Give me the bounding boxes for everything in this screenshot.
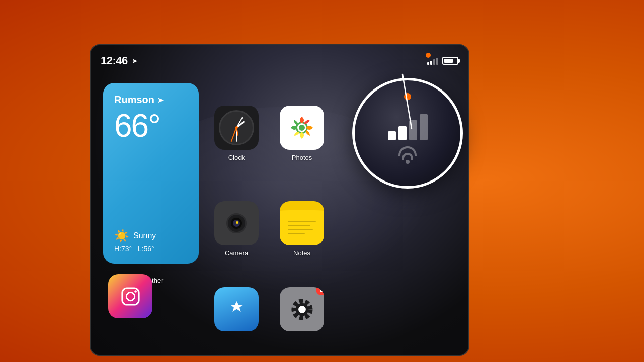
mag-bar-4 [420,114,428,140]
clock-face [219,110,254,145]
clock-center-dot [235,126,238,129]
condition-text: Sunny [133,231,156,240]
weather-condition-row: ☀️ Sunny [114,229,188,243]
city-arrow-icon: ➤ [157,96,164,104]
clock-label: Clock [228,154,245,161]
location-arrow-icon: ➤ [132,57,138,65]
signal-bars-icon [427,57,438,65]
magnified-circle [352,78,463,189]
camera-app-wrapper[interactable]: Camera [209,201,264,257]
clock-app-wrapper[interactable]: Clock [209,106,264,161]
instagram-app-wrapper[interactable] [108,274,152,344]
mag-bar-3 [409,120,417,140]
weather-details: H:73° L:56° [114,245,188,253]
weather-city: Rumson ➤ [114,94,188,106]
appstore-app-icon[interactable] [214,287,259,331]
photos-icon [287,113,317,143]
time-display: 12:46 ➤ [101,54,138,67]
settings-app-wrapper[interactable]: 2 [274,287,330,331]
svg-point-5 [134,290,137,293]
svg-point-2 [299,125,305,131]
weather-widget[interactable]: Rumson ➤ 66° ☀️ Sunny H:73° L:56° [103,83,199,264]
photos-app-icon[interactable] [280,106,324,150]
camera-body [226,213,247,233]
camera-dot-icon [236,221,238,224]
svg-point-4 [126,292,135,301]
mag-signal-bars [388,113,428,140]
appstore-app-wrapper[interactable] [209,287,264,331]
instagram-app-icon[interactable] [108,274,152,318]
mag-orange-dot [404,93,411,100]
notes-label: Notes [293,249,310,257]
status-time: 12:46 [101,54,128,67]
svg-point-8 [298,306,306,313]
instagram-icon [117,283,144,310]
notes-app-icon[interactable] [280,201,324,245]
settings-badge: 2 [316,287,324,295]
mag-wifi-icon [395,146,420,164]
status-bar: 12:46 ➤ [91,45,468,70]
clock-minute-hand [236,128,237,142]
notes-lines [288,219,316,236]
weather-bottom: ☀️ Sunny H:73° L:56° [114,229,188,253]
clock-app-icon[interactable] [214,106,259,150]
mag-bar-1 [388,131,396,140]
sun-icon: ☀️ [114,229,129,243]
mag-bar-2 [398,126,407,140]
settings-gear-icon [288,296,316,323]
appstore-icon [223,296,251,323]
camera-app-icon[interactable] [214,201,259,245]
magnified-content [355,80,460,186]
status-right-icons [427,57,458,65]
camera-label: Camera [225,249,248,257]
temperature-display: 66° [114,110,188,142]
battery-icon [442,57,458,65]
settings-app-icon[interactable]: 2 [280,287,324,331]
photos-label: Photos [292,154,312,161]
photos-app-wrapper[interactable]: Photos [274,106,330,161]
orange-dot-indicator [426,53,431,58]
notes-app-wrapper[interactable]: Notes [274,201,330,257]
